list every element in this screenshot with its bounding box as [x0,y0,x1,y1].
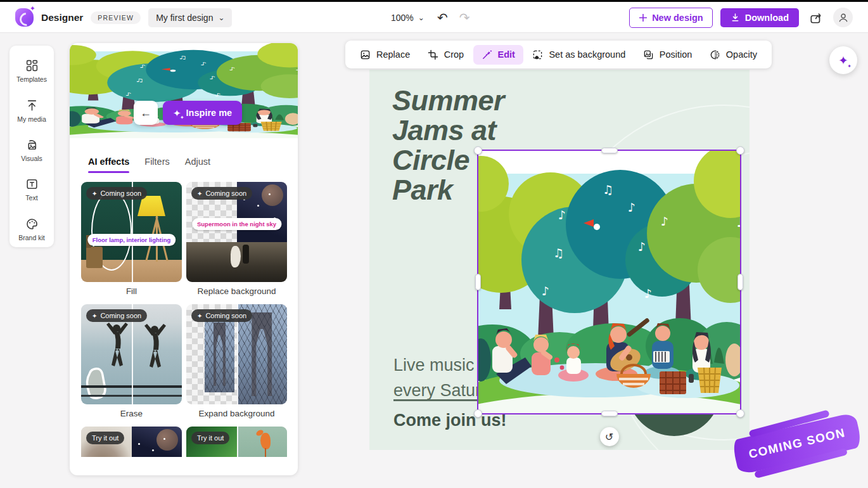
back-button[interactable]: ← [134,101,158,125]
sparkles-icon: ✦ [92,190,97,197]
back-arrow-icon: ← [140,106,151,120]
coming-soon-badge: ✦Coming soon [191,187,252,200]
sparkles-icon: ✦ [92,312,97,319]
sidebar-item-my-media[interactable]: My media [12,93,51,128]
upload-icon [25,99,39,112]
effect-name: Erase [81,409,182,418]
effect-thumbnail[interactable]: ✦Coming soon Supermoon in the night sky [186,182,287,282]
effects-grid: ✦Coming soon Floor lamp, interior lighti… [70,173,298,457]
undo-icon[interactable]: ↶ [437,10,448,25]
effect-thumbnail[interactable]: Try it out [81,427,182,457]
rotate-icon: ↺ [605,431,613,443]
resize-handle-bottom-left[interactable] [474,409,482,418]
sidebar-item-templates[interactable]: Templates [12,53,51,89]
edit-panel: ← ✦✦ Inspire me AI effects Filters Adjus… [70,43,298,475]
tool-label: Replace [376,49,410,60]
image-icon [25,138,39,151]
share-icon [809,11,823,25]
tool-label: Crop [444,49,464,60]
sparkles-icon: ✦✦ [838,55,848,67]
park-illustration [478,151,740,413]
panel-tabs: AI effects Filters Adjust [70,157,298,173]
prompt-pill: Supermoon in the night sky [192,218,281,230]
tab-ai-effects[interactable]: AI effects [88,157,129,173]
effect-card-replace-background[interactable]: ✦Coming soon Supermoon in the night sky … [186,182,287,296]
sidebar-item-visuals[interactable]: Visuals [12,132,51,168]
effect-card-try-1[interactable]: Try it out [81,427,182,457]
tab-adjust[interactable]: Adjust [185,157,210,173]
replace-button[interactable]: Replace [352,45,418,65]
try-it-out-badge: Try it out [86,432,124,444]
plus-icon [639,13,648,22]
download-label: Download [745,13,789,23]
crop-button[interactable]: Crop [419,45,472,65]
sidebar-item-text[interactable]: Text [12,172,51,207]
effect-name: Replace background [186,286,287,296]
position-button[interactable]: Position [635,45,701,65]
chair-art [86,247,103,268]
effect-card-expand-background[interactable]: ✦Coming soon Expand background [186,304,287,418]
effect-card-fill[interactable]: ✦Coming soon Floor lamp, interior lighti… [81,182,182,296]
effect-name: Fill [81,286,182,296]
opacity-icon [710,49,720,60]
tool-label: Edit [498,49,515,60]
effect-card-erase[interactable]: ✦Coming soon Erase [81,304,182,418]
resize-handle-top-right[interactable] [736,146,744,155]
download-icon [731,13,740,22]
edit-button[interactable]: Edit [473,45,523,65]
coming-soon-label: COMING SOON [731,412,862,475]
sparkles-icon: ✦✦ [173,108,181,118]
sidebar-item-brand-kit[interactable]: Brand kit [12,212,51,247]
share-button[interactable] [807,8,826,27]
account-button[interactable] [833,8,853,27]
resize-handle-bottom-right[interactable] [736,409,744,418]
design-name-dropdown[interactable]: My first design ⌄ [148,8,232,27]
canvas-cta-text[interactable]: Come join us! [393,411,507,430]
tool-label: Opacity [726,49,757,60]
rotate-handle[interactable]: ↺ [600,427,619,446]
templates-grid-icon [25,59,39,72]
resize-handle-left[interactable] [475,274,481,290]
zoom-level: 100% [391,13,414,23]
prompt-pill: Floor lamp, interior lighting [87,234,176,246]
inspire-me-label: Inspire me [186,108,233,118]
tool-label: Set as background [549,49,625,60]
crop-icon [428,49,438,60]
window-top-edge [0,0,868,2]
effect-thumbnail[interactable]: ✦Coming soon Floor lamp, interior lighti… [81,182,182,282]
canvas-divider-line [393,399,488,401]
preview-badge: PREVIEW [91,11,141,24]
effect-card-try-2[interactable]: Try it out [186,427,287,457]
opacity-button[interactable]: Opacity [701,45,765,65]
inspire-me-button[interactable]: ✦✦ Inspire me [163,101,242,125]
coming-soon-ribbon: COMING SOON [729,413,868,477]
app-title: Designer [41,12,83,23]
effect-thumbnail[interactable]: ✦Coming soon [81,304,182,404]
copilot-sparkle-button[interactable]: ✦✦ [829,46,857,74]
download-button[interactable]: Download [720,8,799,27]
effect-thumbnail[interactable]: Try it out [186,427,287,457]
sparkles-icon: ✦ [197,312,202,319]
zoom-dropdown[interactable]: 100% ⌄ [391,13,424,23]
selected-image[interactable]: ↺ [478,151,740,413]
text-box-icon [25,177,39,191]
design-canvas[interactable]: Summer Jams at Circle Park Live music ev… [369,70,750,450]
resize-handle-right[interactable] [737,274,743,290]
sidebar-label: My media [17,115,46,123]
new-design-label: New design [652,13,703,23]
sidebar-label: Text [25,194,37,202]
resize-handle-top[interactable] [601,148,618,153]
tab-filters[interactable]: Filters [144,157,169,173]
new-design-button[interactable]: New design [629,8,713,28]
set-background-icon [532,49,543,60]
set-as-background-button[interactable]: Set as background [524,45,634,65]
top-bar: Designer PREVIEW My first design ⌄ 100% … [0,2,868,33]
resize-handle-top-left[interactable] [474,146,482,155]
resize-handle-bottom[interactable] [601,411,618,416]
try-it-out-badge: Try it out [191,432,229,444]
magic-wand-icon [482,49,492,60]
redo-icon[interactable]: ↷ [459,10,470,25]
effect-thumbnail[interactable]: ✦Coming soon [186,304,287,404]
flamingo-photo-art [237,427,288,457]
person-icon [838,12,849,23]
